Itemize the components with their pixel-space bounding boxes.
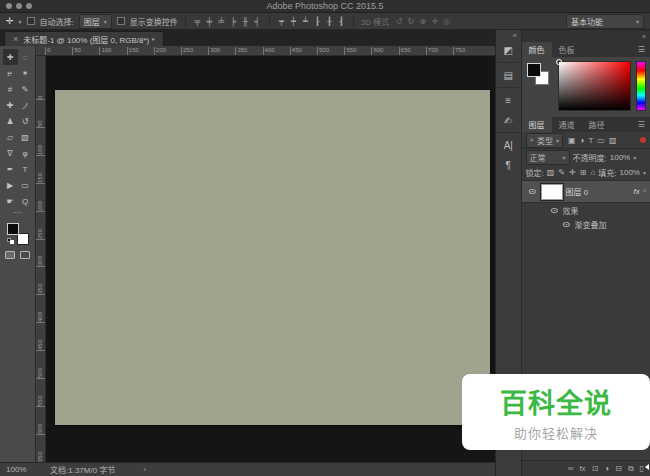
align-vertical-center-icon[interactable]: ╪ [205, 17, 214, 26]
distribute-hcenter-icon[interactable]: ╂ [325, 17, 334, 26]
delete-layer-icon[interactable]: ▯ [640, 464, 644, 473]
layer-thumbnail[interactable] [541, 184, 563, 200]
crop-tool[interactable]: # [3, 81, 18, 97]
expand-panels-icon[interactable]: « [513, 30, 521, 40]
tab-color[interactable]: 颜色 [522, 42, 552, 57]
align-top-icon[interactable]: ╤ [193, 17, 202, 26]
foreground-color-swatch[interactable] [527, 63, 541, 77]
distribute-vcenter-icon[interactable]: ┿ [289, 17, 298, 26]
edit-toolbar-icon[interactable]: ⋯ [14, 209, 22, 219]
screen-mode-icon[interactable] [20, 251, 30, 259]
workspace-dropdown[interactable]: 基本功能 ▾ [566, 14, 644, 29]
layer-name[interactable]: 图层 0 [566, 186, 589, 197]
effects-row[interactable]: ⊙ 效果 [522, 203, 650, 217]
default-colors-icon[interactable] [7, 238, 14, 244]
lock-transparency-icon[interactable]: ▨ [547, 168, 555, 177]
tab-channels[interactable]: 通道 [552, 117, 582, 132]
properties-panel-icon[interactable]: ≡ [497, 90, 519, 110]
horizontal-ruler[interactable]: 0501001502002503003504004505005506006507… [36, 46, 495, 56]
dodge-tool[interactable]: φ [18, 145, 33, 161]
blend-mode-dropdown[interactable]: 正常 ▾ [526, 150, 570, 165]
zoom-level-field[interactable]: 100% [6, 465, 40, 474]
visibility-eye-icon[interactable]: ⊙ [546, 206, 562, 215]
eyedropper-tool[interactable]: ✎ [18, 81, 33, 97]
collapse-panels-icon[interactable]: » [642, 33, 646, 40]
brush-tool[interactable]: ノ [18, 97, 33, 113]
panel-menu-icon[interactable]: ☰ [638, 120, 646, 129]
tab-layers[interactable]: 图层 [522, 117, 552, 132]
marquee-tool[interactable]: ◌ [18, 49, 33, 65]
lock-artboard-icon[interactable]: ⊞ [580, 168, 587, 177]
move-tool[interactable]: ✛ [3, 49, 18, 65]
gradient-overlay-row[interactable]: ⊙ 渐变叠加 [522, 217, 650, 231]
blur-tool[interactable]: ∇ [3, 145, 18, 161]
filter-toggle-icon[interactable] [640, 137, 646, 143]
align-horizontal-center-icon[interactable]: ╫ [241, 17, 250, 26]
paragraph-panel-icon[interactable]: ¶ [497, 155, 519, 175]
color-picker-ring-icon[interactable] [556, 59, 562, 65]
hand-tool[interactable]: ☛ [3, 193, 18, 209]
zoom-tool[interactable]: Q [18, 193, 33, 209]
panel-menu-icon[interactable]: ☰ [638, 45, 646, 54]
foreground-color-swatch[interactable] [7, 223, 19, 235]
new-layer-icon[interactable]: ⧉ [628, 464, 634, 474]
distribute-top-icon[interactable]: ┯ [277, 17, 286, 26]
visibility-eye-icon[interactable]: ⊙ [524, 187, 540, 196]
filter-type-icon[interactable]: T [588, 136, 593, 145]
filter-adjustment-icon[interactable]: ◑ [580, 136, 585, 145]
healing-brush-tool[interactable]: ✚ [3, 97, 18, 113]
type-tool[interactable]: T [18, 161, 33, 177]
vertical-ruler[interactable]: 050100150200250300350400450500550600650 [36, 56, 46, 462]
show-transform-checkbox[interactable] [117, 17, 125, 25]
color-panel-swatches[interactable] [527, 61, 553, 113]
status-options-arrow-icon[interactable]: › [143, 465, 146, 474]
tab-paths[interactable]: 路径 [582, 117, 612, 132]
hue-slider-arrow-icon[interactable] [645, 464, 649, 470]
fill-value[interactable]: 100% [620, 168, 640, 177]
filter-kind-dropdown[interactable]: ⌕ 类型 ▾ [526, 133, 564, 148]
document-tab[interactable]: × 未标题-1 @ 100% (图层 0, RGB/8*) * [4, 31, 164, 46]
character-panel-icon[interactable]: A| [497, 135, 519, 155]
quick-mask-mode-icon[interactable] [5, 251, 15, 259]
hue-slider[interactable] [636, 61, 646, 111]
tool-preset-caret-icon[interactable]: ▾ [19, 18, 22, 25]
align-left-icon[interactable]: ╞ [229, 17, 238, 26]
filter-pixel-icon[interactable]: ▣ [568, 136, 576, 145]
shape-tool[interactable]: ▭ [18, 177, 33, 193]
lock-position-icon[interactable]: ✛ [569, 168, 576, 177]
distribute-bottom-icon[interactable]: ┷ [301, 17, 310, 26]
layer-style-icon[interactable]: fx [579, 464, 585, 473]
eraser-tool[interactable]: ▱ [3, 129, 18, 145]
visibility-eye-icon[interactable]: ⊙ [558, 220, 574, 229]
auto-select-target-dropdown[interactable]: 图层 ▾ [79, 14, 112, 29]
close-tab-icon[interactable]: × [13, 34, 18, 44]
new-group-icon[interactable]: ⊟ [615, 464, 622, 473]
document-canvas[interactable] [55, 90, 490, 425]
opacity-value[interactable]: 100% [610, 153, 630, 162]
adjustment-layer-icon[interactable]: ◑ [604, 464, 609, 473]
adjustments-panel-icon[interactable]: ◩ [497, 40, 519, 60]
saturation-brightness-field[interactable] [558, 61, 631, 111]
pasteboard[interactable] [46, 56, 495, 462]
chevron-down-icon[interactable]: ▾ [633, 154, 636, 161]
lasso-tool[interactable]: ℮ [3, 65, 18, 81]
libraries-panel-icon[interactable]: ▤ [497, 65, 519, 85]
filter-smartobject-icon[interactable]: ▨ [609, 136, 617, 145]
pen-tool[interactable]: ✒ [3, 161, 18, 177]
path-selection-tool[interactable]: ▶ [3, 177, 18, 193]
quick-selection-tool[interactable]: ✶ [18, 65, 33, 81]
align-bottom-icon[interactable]: ╧ [217, 17, 226, 26]
layer-mask-icon[interactable]: ⊡ [592, 464, 599, 473]
fx-collapse-caret-icon[interactable]: ^ [643, 188, 646, 195]
layer-row-layer0[interactable]: ⊙ 图层 0 fx ^ [522, 181, 650, 203]
tab-swatches[interactable]: 色板 [552, 42, 582, 57]
layer-fx-badge[interactable]: fx [633, 187, 639, 196]
history-brush-tool[interactable]: ↺ [18, 113, 33, 129]
chevron-down-icon[interactable]: ▾ [643, 169, 646, 176]
align-right-icon[interactable]: ╡ [253, 17, 262, 26]
lock-pixels-icon[interactable]: ✎ [558, 168, 565, 177]
distribute-left-icon[interactable]: ┠ [313, 17, 322, 26]
color-swatches[interactable] [7, 223, 29, 245]
link-layers-icon[interactable]: ∞ [568, 464, 574, 473]
distribute-right-icon[interactable]: ┨ [337, 17, 346, 26]
